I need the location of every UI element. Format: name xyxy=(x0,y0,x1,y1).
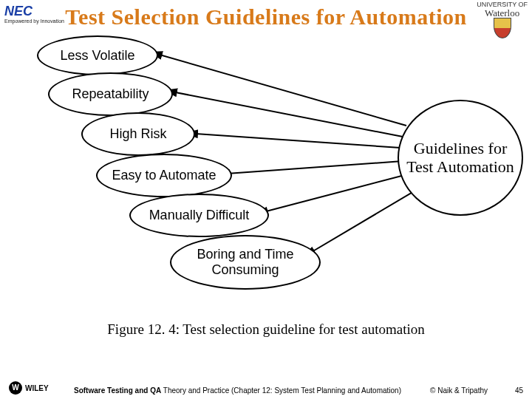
guideline-boring-time: Boring and Time Consuming xyxy=(170,235,321,290)
page-title: Test Selection Guidelines for Automation xyxy=(0,4,532,30)
guideline-less-volatile: Less Volatile xyxy=(37,35,158,75)
svg-line-1 xyxy=(164,90,403,137)
diagram: Less Volatile Repeatability High Risk Ea… xyxy=(0,30,532,318)
svg-line-2 xyxy=(185,133,400,148)
guideline-manually-difficult: Manually Difficult xyxy=(129,194,269,237)
wiley-logo: W WILEY xyxy=(9,381,49,395)
guideline-repeatability: Repeatability xyxy=(48,72,173,116)
nec-tagline: Empowered by Innovation xyxy=(4,18,64,24)
guideline-label: Repeatability xyxy=(72,86,149,102)
guideline-label: Boring and Time Consuming xyxy=(171,247,319,278)
nec-logo: NEC Empowered by Innovation xyxy=(4,4,64,24)
hub-guidelines: Guidelines for Test Automation xyxy=(398,100,523,216)
guideline-label: Less Volatile xyxy=(60,48,134,64)
nec-brand: NEC xyxy=(4,4,33,18)
guideline-label: Manually Difficult xyxy=(149,208,250,223)
footer-book-rest: Theory and Practice (Chapter 12: System … xyxy=(161,386,401,395)
svg-line-3 xyxy=(216,161,403,174)
footer-book: Software Testing and QA Theory and Pract… xyxy=(74,386,401,395)
waterloo-name: Waterloo xyxy=(477,8,528,18)
footer-page: 45 xyxy=(515,386,523,395)
footer-book-bold: Software Testing and QA xyxy=(74,386,161,395)
guideline-label: High Risk xyxy=(109,126,166,142)
svg-line-0 xyxy=(149,52,406,126)
footer-copyright: © Naik & Tripathy xyxy=(430,386,488,395)
figure-caption: Figure 12. 4: Test selection guideline f… xyxy=(0,321,532,338)
hub-label: Guidelines for Test Automation xyxy=(402,140,519,175)
guideline-label: Easy to Automate xyxy=(112,168,216,183)
guideline-high-risk: High Risk xyxy=(81,112,195,156)
wiley-icon: W xyxy=(9,381,22,395)
wiley-text: WILEY xyxy=(25,384,49,392)
guideline-easy-to-automate: Easy to Automate xyxy=(96,154,232,197)
